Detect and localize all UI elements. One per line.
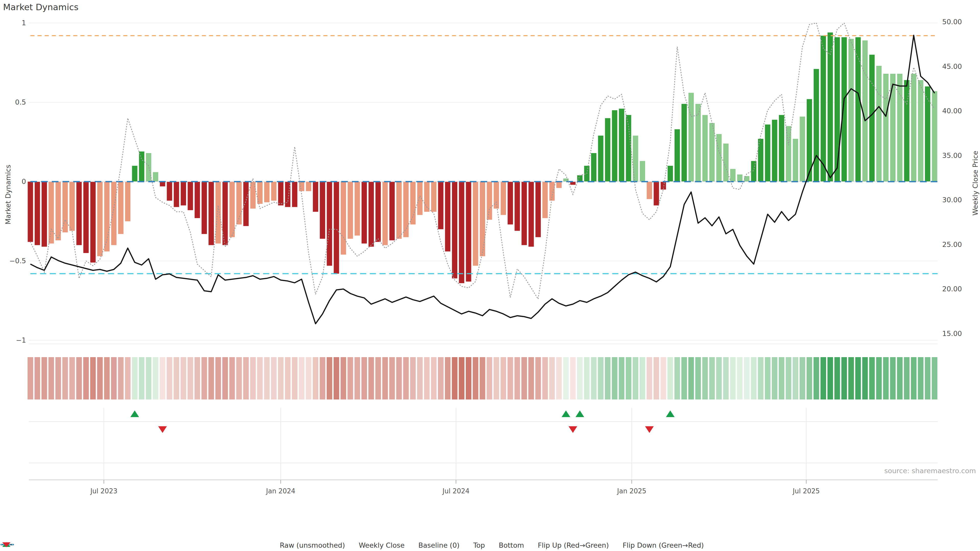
right-tick-label: 40.00 bbox=[942, 107, 962, 115]
right-tick-label: 50.00 bbox=[942, 18, 962, 26]
x-tick-label: Jul 2024 bbox=[442, 487, 469, 495]
right-tick-label: 25.00 bbox=[942, 241, 962, 248]
x-axis: Jul 2023Jan 2024Jul 2024Jan 2025Jul 2025 bbox=[90, 480, 820, 495]
legend-item-flip-down-green-red[interactable]: Flip Down (Green→Red) bbox=[619, 541, 704, 549]
right-tick-label: 35.00 bbox=[942, 151, 962, 159]
raw-line bbox=[30, 23, 935, 299]
legend-item-flip-up-red-green[interactable]: Flip Up (Red→Green) bbox=[534, 541, 609, 549]
legend-item-top[interactable]: Top bbox=[470, 541, 485, 549]
left-tick-label: 0 bbox=[22, 178, 26, 186]
marker-panel-grid bbox=[29, 408, 938, 480]
legend-item-label: Raw (unsmoothed) bbox=[280, 541, 345, 549]
right-tick-label: 20.00 bbox=[942, 285, 962, 293]
left-axis-title: Market Dynamics bbox=[4, 165, 12, 224]
right-tick-label: 15.00 bbox=[942, 330, 962, 338]
source-note: source: sharemaestro.com bbox=[884, 467, 976, 475]
flip-up-icon bbox=[576, 410, 584, 417]
x-tick-label: Jan 2025 bbox=[617, 487, 646, 495]
x-tick-label: Jan 2024 bbox=[266, 487, 296, 495]
dynamics-bars bbox=[28, 32, 937, 283]
weekly-close-line bbox=[30, 35, 935, 324]
x-tick-label: Jul 2023 bbox=[90, 487, 118, 495]
left-tick-label: −1 bbox=[16, 336, 26, 344]
flip-down-icon bbox=[158, 426, 167, 433]
market-dynamics-chart: Jul 2023Jan 2024Jul 2024Jan 2025Jul 2025… bbox=[0, 0, 980, 551]
legend-item-label: Baseline (0) bbox=[418, 541, 460, 549]
legend: Raw (unsmoothed)Weekly CloseBaseline (0)… bbox=[0, 541, 980, 549]
flip-down-icon bbox=[569, 426, 577, 433]
right-axis-title: Weekly Close Price bbox=[971, 151, 979, 216]
raw-line bbox=[30, 23, 935, 299]
flip-up-icon bbox=[562, 410, 570, 417]
legend-item-label: Top bbox=[473, 541, 485, 549]
legend-item-label: Weekly Close bbox=[359, 541, 405, 549]
legend-item-raw-unsmoothed[interactable]: Raw (unsmoothed) bbox=[276, 541, 345, 549]
heatmap-strip bbox=[27, 357, 937, 400]
left-tick-label: −0.5 bbox=[9, 257, 26, 265]
flip-up-icon bbox=[130, 410, 139, 417]
legend-item-label: Flip Up (Red→Green) bbox=[538, 541, 609, 549]
flip-down-icon bbox=[645, 426, 654, 433]
left-tick-label: 0.5 bbox=[15, 98, 26, 106]
legend-item-bottom[interactable]: Bottom bbox=[495, 541, 524, 549]
flip-up-icon bbox=[666, 410, 675, 417]
right-tick-label: 45.00 bbox=[942, 62, 962, 70]
right-axis-ticks: 50.0045.0040.0035.0030.0025.0020.0015.00 bbox=[942, 18, 962, 338]
left-tick-label: 1 bbox=[22, 19, 26, 27]
x-tick-label: Jul 2025 bbox=[792, 487, 820, 495]
legend-item-label: Bottom bbox=[499, 541, 524, 549]
right-tick-label: 30.00 bbox=[942, 196, 962, 204]
chart-canvas: Jul 2023Jan 2024Jul 2024Jan 2025Jul 2025… bbox=[0, 0, 980, 551]
legend-item-weekly-close[interactable]: Weekly Close bbox=[355, 541, 405, 549]
legend-item-baseline-0[interactable]: Baseline (0) bbox=[415, 541, 460, 549]
legend-item-label: Flip Down (Green→Red) bbox=[623, 541, 704, 549]
page-title: Market Dynamics bbox=[3, 2, 78, 12]
close-line bbox=[30, 35, 935, 324]
